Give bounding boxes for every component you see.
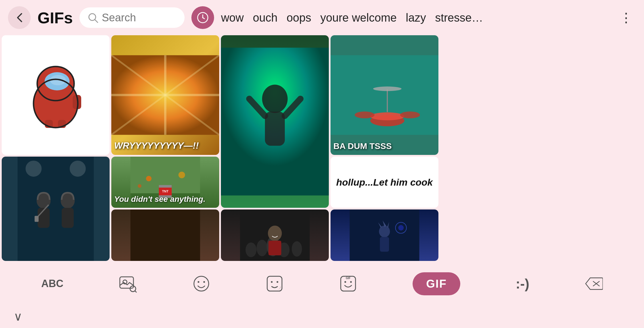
among-us-svg bbox=[27, 61, 84, 129]
svg-point-39 bbox=[138, 184, 141, 188]
search-bar[interactable] bbox=[80, 7, 185, 28]
collapse-button[interactable]: ∨ bbox=[14, 310, 22, 323]
tag-lazy[interactable]: lazy bbox=[406, 11, 426, 24]
svg-point-41 bbox=[26, 161, 42, 177]
svg-rect-48 bbox=[35, 216, 39, 222]
svg-line-1 bbox=[95, 20, 98, 22]
backspace-icon bbox=[585, 275, 603, 293]
recent-button[interactable] bbox=[191, 6, 214, 29]
gif-kingdom[interactable] bbox=[331, 209, 438, 261]
svg-point-50 bbox=[246, 242, 257, 257]
gif-evan[interactable] bbox=[221, 35, 329, 208]
gif-anime-dark[interactable] bbox=[111, 209, 219, 261]
bottom-toolbar: ABC GIF bbox=[0, 263, 644, 305]
more-button[interactable]: ⋮ bbox=[616, 9, 636, 26]
gif-grid: WRYYYYYYYYY—!! bbox=[0, 35, 644, 263]
svg-point-51 bbox=[256, 240, 267, 256]
search-input[interactable] bbox=[102, 12, 177, 24]
svg-point-26 bbox=[370, 112, 404, 120]
emoji-button[interactable] bbox=[192, 275, 210, 293]
image-search-button[interactable] bbox=[119, 275, 137, 293]
page-title: GIFs bbox=[37, 9, 73, 27]
image-search-icon bbox=[119, 275, 137, 293]
svg-point-76 bbox=[277, 281, 278, 283]
gif-hollup[interactable]: hollup...Let him cook bbox=[331, 157, 438, 208]
emoticon-button[interactable]: :-) bbox=[516, 276, 529, 292]
svg-text:TNT: TNT bbox=[162, 189, 169, 193]
gif-wry[interactable]: WRYYYYYYYYY—!! bbox=[111, 35, 219, 155]
gif-pill-button[interactable]: GIF bbox=[413, 272, 461, 295]
svg-point-3 bbox=[202, 17, 203, 18]
gamers-svg bbox=[2, 157, 110, 261]
evan-svg bbox=[221, 35, 329, 208]
svg-rect-57 bbox=[130, 209, 200, 261]
abc-button[interactable]: ABC bbox=[41, 278, 63, 290]
svg-rect-61 bbox=[380, 237, 389, 252]
tag-ouch[interactable]: ouch bbox=[253, 11, 278, 24]
svg-point-73 bbox=[203, 281, 205, 283]
svg-point-54 bbox=[292, 241, 302, 257]
tag-wow[interactable]: wow bbox=[221, 11, 244, 24]
svg-point-38 bbox=[178, 172, 185, 178]
svg-point-79 bbox=[350, 281, 352, 283]
hollup-label: hollup...Let him cook bbox=[336, 176, 433, 188]
tag-list: wow ouch oops youre welcome lazy stresse… bbox=[221, 11, 609, 24]
sponge-svg bbox=[331, 35, 438, 155]
svg-point-30 bbox=[373, 86, 402, 91]
michael-svg bbox=[221, 209, 329, 261]
collapse-bar: ∨ bbox=[0, 305, 644, 328]
gif-minecraft[interactable]: TNT You didn't see anything. bbox=[111, 157, 219, 208]
svg-point-27 bbox=[355, 111, 375, 118]
tag-youre-welcome[interactable]: youre welcome bbox=[320, 11, 397, 24]
search-icon bbox=[87, 12, 98, 23]
svg-rect-56 bbox=[268, 241, 281, 256]
minecraft-label: You didn't see anything. bbox=[114, 195, 205, 204]
gif-gamers[interactable] bbox=[2, 157, 110, 261]
sponge-label: BA DUM TSSS bbox=[333, 141, 392, 151]
svg-point-71 bbox=[194, 276, 209, 291]
svg-rect-46 bbox=[62, 208, 74, 228]
svg-point-37 bbox=[146, 176, 151, 181]
gif-face-button[interactable]: GIF bbox=[339, 275, 357, 293]
sticker-icon bbox=[265, 275, 284, 293]
svg-point-66 bbox=[398, 225, 403, 231]
emoji-icon bbox=[192, 275, 210, 293]
kingdom-svg bbox=[331, 209, 438, 261]
clock-icon bbox=[196, 11, 209, 24]
back-button[interactable] bbox=[8, 6, 31, 29]
svg-text:GIF: GIF bbox=[346, 277, 351, 280]
gif-face-icon: GIF bbox=[339, 275, 357, 293]
anime-dark-svg bbox=[111, 209, 219, 261]
top-bar: GIFs wow ouch oops youre welcome lazy st… bbox=[0, 0, 644, 35]
svg-point-28 bbox=[400, 111, 420, 118]
svg-point-55 bbox=[268, 226, 282, 241]
sticker-button[interactable] bbox=[265, 275, 284, 293]
svg-point-75 bbox=[271, 281, 273, 283]
tag-stressed[interactable]: stresse… bbox=[435, 11, 483, 24]
svg-point-78 bbox=[344, 281, 346, 283]
gif-among-us[interactable] bbox=[2, 35, 110, 155]
backspace-button[interactable] bbox=[585, 275, 603, 293]
gif-wry-bg bbox=[111, 35, 219, 155]
gif-sponge[interactable]: BA DUM TSSS bbox=[331, 35, 438, 155]
emoticon-icon: :-) bbox=[516, 276, 529, 292]
svg-rect-74 bbox=[267, 276, 282, 291]
gif-michael[interactable] bbox=[221, 209, 329, 261]
svg-point-72 bbox=[198, 281, 199, 283]
svg-point-42 bbox=[70, 161, 86, 177]
wry-label: WRYYYYYYYYY—!! bbox=[114, 140, 216, 151]
tag-oops[interactable]: oops bbox=[287, 11, 311, 24]
svg-line-70 bbox=[135, 291, 136, 292]
svg-rect-34 bbox=[159, 185, 172, 188]
svg-point-19 bbox=[262, 85, 288, 113]
